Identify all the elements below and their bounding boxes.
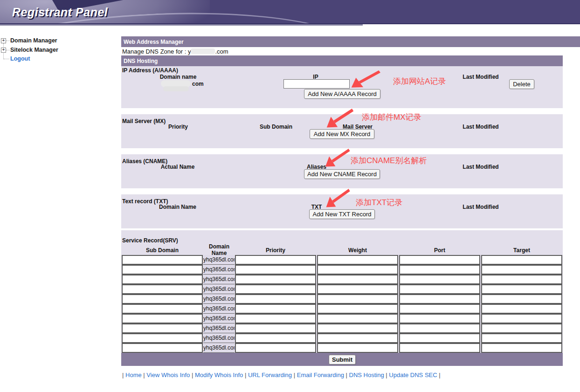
registrant-panel-page: Registrant Panel + Domain Manager + Site… xyxy=(0,0,580,392)
add-a-record-button[interactable]: Add New A/AAAA Record xyxy=(304,89,380,99)
srv-weight-input[interactable] xyxy=(317,294,398,304)
add-txt-record-button[interactable]: Add New TXT Record xyxy=(309,209,375,219)
ip-input[interactable] xyxy=(283,79,350,89)
submit-button[interactable]: Submit xyxy=(329,355,356,364)
manage-dns-zone-line: Manage DNS Zone for : y.com xyxy=(122,48,228,55)
srv-domain-name-cell: yhq365dl.com xyxy=(203,323,235,333)
pipe-separator: | xyxy=(439,371,440,378)
add-mx-record-button[interactable]: Add New MX Record xyxy=(310,129,374,139)
srv-port-input[interactable] xyxy=(399,333,480,343)
last-modified-column-header: Last Modified xyxy=(443,164,518,170)
srv-sub-domain-input[interactable] xyxy=(122,265,203,275)
footer-link[interactable]: Email Forwarding xyxy=(297,371,344,378)
srv-target-input[interactable] xyxy=(481,265,562,275)
srv-sub-domain-input[interactable] xyxy=(122,304,203,314)
srv-port-input[interactable] xyxy=(399,255,480,265)
submit-bar: Submit xyxy=(121,353,563,366)
redacted-domain-blob xyxy=(191,48,215,54)
footer-link[interactable]: Home xyxy=(125,371,142,378)
srv-priority-input[interactable] xyxy=(235,294,316,304)
footer-link[interactable]: Modify Whois Info xyxy=(195,371,243,378)
tree-connector-line xyxy=(6,41,10,41)
tree-connector-line xyxy=(4,59,9,59)
srv-weight-input[interactable] xyxy=(317,343,398,353)
srv-port-input[interactable] xyxy=(399,275,480,284)
srv-priority-input[interactable] xyxy=(235,314,316,323)
srv-target-input[interactable] xyxy=(481,294,562,304)
srv-port-input[interactable] xyxy=(399,265,480,275)
red-arrow-icon xyxy=(321,148,352,169)
srv-priority-input[interactable] xyxy=(235,333,316,343)
footer-links: Home | View Whois Info | Modify Whois In… xyxy=(124,371,440,378)
sidebar-item-sitelock-manager[interactable]: Sitelock Manager xyxy=(10,47,58,53)
srv-port-input[interactable] xyxy=(399,343,480,353)
dns-hosting-bar: DNS Hosting xyxy=(121,55,563,66)
srv-domain-name-cell: yhq365dl.com xyxy=(203,275,235,284)
srv-priority-input[interactable] xyxy=(235,323,316,333)
srv-weight-input[interactable] xyxy=(317,275,398,284)
expand-plus-icon[interactable]: + xyxy=(1,48,6,53)
sidebar-item-domain-manager[interactable]: Domain Manager xyxy=(10,37,57,44)
srv-sub-domain-input[interactable] xyxy=(122,284,203,294)
last-modified-column-header: Last Modified xyxy=(443,124,518,130)
srv-weight-input[interactable] xyxy=(317,333,398,343)
priority-column-header: Priority xyxy=(238,247,313,254)
srv-port-input[interactable] xyxy=(399,304,480,314)
srv-weight-input[interactable] xyxy=(317,323,398,333)
manage-zone-suffix: .com xyxy=(215,48,228,55)
srv-priority-input[interactable] xyxy=(235,284,316,294)
footer-link[interactable]: DNS Hosting xyxy=(349,371,384,378)
srv-sub-domain-input[interactable] xyxy=(122,333,203,343)
srv-domain-name-cell: yhq365dl.com xyxy=(203,333,235,343)
srv-weight-input[interactable] xyxy=(317,255,398,265)
srv-port-input[interactable] xyxy=(399,314,480,323)
srv-target-input[interactable] xyxy=(481,323,562,333)
footer-link[interactable]: Update DNS SEC xyxy=(389,371,437,378)
srv-weight-input[interactable] xyxy=(317,265,398,275)
srv-target-input[interactable] xyxy=(481,343,562,353)
srv-port-input[interactable] xyxy=(399,284,480,294)
add-cname-record-button[interactable]: Add New CNAME Record xyxy=(304,169,380,179)
footer-link[interactable]: URL Forwarding xyxy=(248,371,292,378)
srv-table-row: yhq365dl.com xyxy=(121,343,563,353)
srv-sub-domain-input[interactable] xyxy=(122,314,203,323)
srv-priority-input[interactable] xyxy=(235,255,316,265)
srv-weight-input[interactable] xyxy=(317,304,398,314)
srv-target-input[interactable] xyxy=(481,314,562,323)
manage-zone-prefix: Manage DNS Zone for : y xyxy=(122,48,191,55)
srv-priority-input[interactable] xyxy=(235,343,316,353)
srv-sub-domain-input[interactable] xyxy=(122,294,203,304)
srv-port-input[interactable] xyxy=(399,294,480,304)
srv-priority-input[interactable] xyxy=(235,265,316,275)
srv-domain-name-cell: yhq365dl.com xyxy=(203,304,235,314)
srv-target-input[interactable] xyxy=(481,275,562,284)
srv-table-row: yhq365dl.com xyxy=(121,314,563,323)
srv-target-input[interactable] xyxy=(481,255,562,265)
web-address-manager-bar: Web Address Manager xyxy=(121,36,580,47)
srv-sub-domain-input[interactable] xyxy=(122,343,203,353)
priority-column-header: Priority xyxy=(145,124,211,130)
header-banner: Registrant Panel xyxy=(0,0,580,24)
srv-target-input[interactable] xyxy=(481,304,562,314)
expand-plus-icon[interactable]: + xyxy=(1,38,6,43)
srv-table-row: yhq365dl.com xyxy=(121,323,563,333)
footer-link[interactable]: View Whois Info xyxy=(146,371,190,378)
srv-port-input[interactable] xyxy=(399,323,480,333)
red-arrow-icon xyxy=(322,108,355,130)
srv-weight-input[interactable] xyxy=(317,284,398,294)
srv-domain-name-cell: yhq365dl.com xyxy=(203,314,235,323)
delete-button[interactable]: Delete xyxy=(509,79,534,89)
srv-target-input[interactable] xyxy=(481,284,562,294)
srv-table-row: yhq365dl.com xyxy=(121,333,563,343)
sidebar-item-logout[interactable]: Logout xyxy=(10,55,30,62)
domain-name-column-header: Domain Name xyxy=(205,243,233,256)
srv-priority-input[interactable] xyxy=(235,304,316,314)
srv-sub-domain-input[interactable] xyxy=(122,323,203,333)
srv-sub-domain-input[interactable] xyxy=(122,255,203,265)
srv-domain-name-cell: yhq365dl.com xyxy=(203,265,235,275)
red-arrow-icon xyxy=(346,70,382,89)
srv-weight-input[interactable] xyxy=(317,314,398,323)
srv-priority-input[interactable] xyxy=(235,275,316,284)
srv-target-input[interactable] xyxy=(481,333,562,343)
srv-sub-domain-input[interactable] xyxy=(122,275,203,284)
